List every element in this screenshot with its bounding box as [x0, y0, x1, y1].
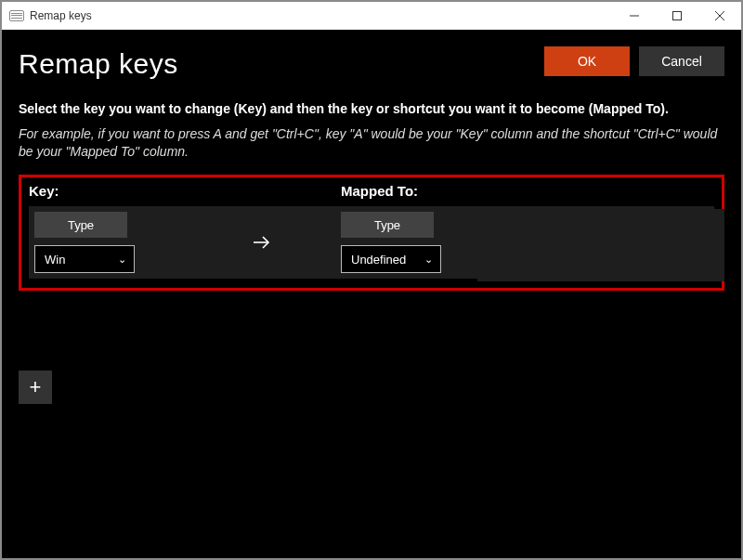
mapped-select-value: Undefined [351, 253, 406, 267]
mapped-select[interactable]: Undefined ⌄ [341, 245, 441, 273]
instructions-text: Select the key you want to change (Key) … [19, 100, 724, 118]
minimize-button[interactable] [613, 2, 656, 30]
maximize-button[interactable] [656, 2, 698, 30]
mapping-row: Type Win ⌄ Type Undefined ⌄ [29, 206, 714, 279]
minimize-icon [630, 11, 639, 20]
svg-rect-1 [673, 12, 682, 20]
mapped-type-button[interactable]: Type [341, 212, 434, 238]
mapped-column: Type Undefined ⌄ [341, 212, 489, 273]
key-type-button[interactable]: Type [34, 212, 127, 238]
header-row: Remap keys OK Cancel [19, 43, 724, 80]
app-icon [9, 10, 24, 21]
key-column: Type Win ⌄ [34, 212, 183, 273]
cancel-button[interactable]: Cancel [639, 46, 724, 76]
key-select[interactable]: Win ⌄ [34, 245, 135, 273]
add-row-button[interactable]: + [19, 371, 52, 404]
mapping-section-highlight: Key: Mapped To: Type Win ⌄ Type U [19, 175, 724, 291]
content-area: Remap keys OK Cancel Select the key you … [2, 30, 741, 558]
window-controls [613, 2, 741, 30]
example-text: For example, if you want to press A and … [19, 125, 724, 162]
arrow-right-icon [252, 232, 272, 253]
key-column-header: Key: [29, 183, 341, 199]
dialog-buttons: OK Cancel [544, 46, 724, 76]
app-window: Remap keys Remap keys OK Cancel Select t… [0, 0, 743, 560]
arrow-separator [183, 232, 341, 253]
titlebar: Remap keys [2, 2, 741, 30]
plus-icon: + [30, 375, 42, 399]
window-title: Remap keys [30, 9, 613, 22]
chevron-down-icon: ⌄ [118, 254, 126, 266]
chevron-down-icon: ⌄ [424, 254, 433, 266]
close-icon [715, 11, 724, 20]
key-select-value: Win [45, 253, 65, 267]
ok-button[interactable]: OK [544, 46, 630, 76]
column-headers: Key: Mapped To: [29, 183, 714, 199]
mapped-column-header: Mapped To: [341, 183, 418, 199]
close-button[interactable] [698, 2, 741, 30]
maximize-icon [672, 11, 682, 20]
page-title: Remap keys [19, 48, 178, 80]
